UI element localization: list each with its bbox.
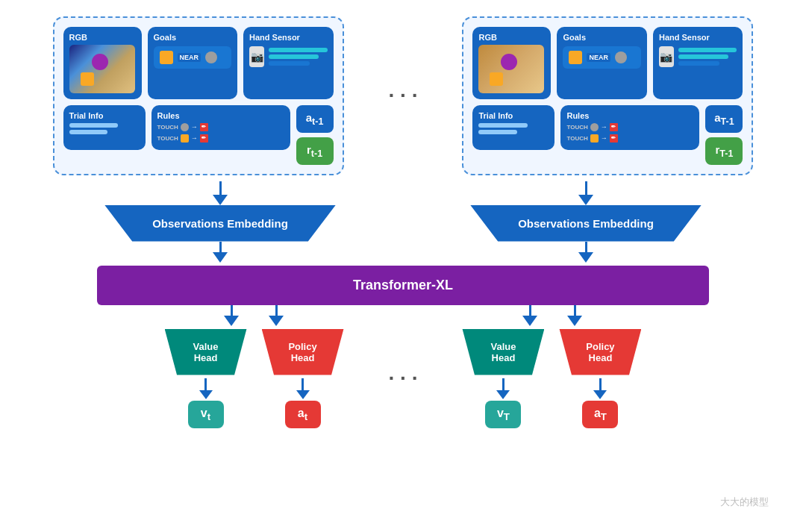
pencil-icon-2: ✏ xyxy=(200,134,208,143)
left-a-output: at xyxy=(285,401,321,428)
right-action-reward: aT-1 rT-1 xyxy=(705,105,743,165)
sensor-icon: 📷 xyxy=(249,46,264,67)
left-value-arrow xyxy=(224,305,239,326)
arrow-row-3 xyxy=(15,305,791,326)
watermark: 大大的模型 xyxy=(720,495,769,509)
left-head-group: ValueHead vt PolicyHead at xyxy=(165,329,344,428)
right-rule-circle xyxy=(590,123,599,131)
right-pencil-1: ✏ xyxy=(610,123,618,131)
right-cube-icon xyxy=(569,51,582,64)
right-pencil-2: ✏ xyxy=(610,134,618,143)
left-policy-head: PolicyHead xyxy=(262,329,344,375)
right-rule-box xyxy=(590,134,599,143)
top-ellipsis: · · · xyxy=(389,84,418,107)
right-value-head: ValueHead xyxy=(462,329,544,375)
goals-inner: NEAR xyxy=(154,46,232,69)
right-v-output: vT xyxy=(485,401,521,428)
trial-bar-2 xyxy=(69,130,108,134)
left-reward-badge: rt-1 xyxy=(296,137,334,165)
right-sensor-icon: 📷 xyxy=(659,46,674,67)
right-a-output: aT xyxy=(582,401,618,428)
left-trial-info-card: Trial Info xyxy=(63,105,146,150)
right-trial-bar-1 xyxy=(478,123,528,128)
right-value-stack: ValueHead vT xyxy=(462,329,544,428)
right-goals-inner: NEAR xyxy=(563,46,641,69)
right-sensor-bar-3 xyxy=(678,61,719,66)
trial-bar-1 xyxy=(69,123,119,128)
sensor-bars xyxy=(269,48,328,66)
sensor-bar-3 xyxy=(269,61,310,66)
right-circle-icon xyxy=(615,51,627,63)
right-trial-info-card: Trial Info xyxy=(472,105,554,150)
right-rgb-card: RGB xyxy=(472,27,551,99)
left-embed-box: Observations Embedding xyxy=(104,205,336,242)
left-action-reward: at-1 rt-1 xyxy=(296,105,334,165)
cube-icon xyxy=(160,51,173,64)
sensor-bar-1 xyxy=(269,48,328,52)
right-rgb-image xyxy=(478,45,544,93)
left-rgb-card: RGB xyxy=(63,27,142,99)
left-rgb-image xyxy=(69,45,135,93)
right-goals-card: Goals NEAR xyxy=(557,27,647,99)
right-obs-box: RGB Goals NEAR Hand Sensor 📷 xyxy=(462,16,753,175)
right-policy-head: PolicyHead xyxy=(559,329,641,375)
left-value-head: ValueHead xyxy=(165,329,247,375)
right-action-badge: aT-1 xyxy=(705,105,743,133)
near-label: NEAR xyxy=(178,53,202,62)
bottom-ellipsis: · · · xyxy=(389,366,418,390)
right-embed-box: Observations Embedding xyxy=(470,205,702,242)
right-arrow-down-2 xyxy=(578,242,593,263)
heads-row: ValueHead vt PolicyHead at · · · ValueHe… xyxy=(15,329,791,428)
right-trial-bar-2 xyxy=(478,130,517,134)
left-arrow-down-2 xyxy=(213,242,228,263)
right-near-label: NEAR xyxy=(587,53,610,62)
rule-row-2: TOUCH → ✏ xyxy=(157,134,284,143)
left-policy-out-arrow xyxy=(296,378,310,399)
circle-icon xyxy=(205,51,217,63)
left-arrow-down-1 xyxy=(213,181,228,205)
right-sensor-bars xyxy=(678,48,737,66)
left-policy-arrow xyxy=(269,305,284,326)
right-policy-arrow xyxy=(567,305,582,326)
left-rules-card: Rules TOUCH → ✏ TOUCH → ✏ xyxy=(151,105,290,150)
left-value-stack: ValueHead vt xyxy=(165,329,247,428)
architecture-diagram: RGB Goals NEAR Hand Sensor 📷 xyxy=(15,9,791,524)
right-reward-badge: rT-1 xyxy=(705,137,743,165)
right-policy-out-arrow xyxy=(593,378,607,399)
right-sensor-bar-2 xyxy=(678,54,728,59)
left-value-out-arrow xyxy=(199,378,213,399)
right-rules-card: Rules TOUCH → ✏ TOUCH → ✏ xyxy=(560,105,699,150)
left-v-output: vt xyxy=(188,401,224,428)
left-action-badge: at-1 xyxy=(296,105,334,133)
left-policy-stack: PolicyHead at xyxy=(262,329,344,428)
right-hand-sensor-card: Hand Sensor 📷 xyxy=(653,27,743,99)
rule-circle-gray xyxy=(181,123,189,131)
left-goals-card: Goals NEAR xyxy=(148,27,238,99)
top-observation-row: RGB Goals NEAR Hand Sensor 📷 xyxy=(15,16,791,175)
left-hand-sensor-card: Hand Sensor 📷 xyxy=(243,27,334,99)
transformer-box: Transformer-XL xyxy=(97,266,709,305)
transformer-row: Transformer-XL xyxy=(15,266,791,305)
right-arrow-embed-wrapper: Observations Embedding xyxy=(470,181,702,242)
pencil-icon-1: ✏ xyxy=(200,123,208,131)
arrow-row-1: Observations Embedding Observations Embe… xyxy=(15,181,791,242)
right-rule-row-1: TOUCH → ✏ xyxy=(566,123,693,131)
right-rule-row-2: TOUCH → ✏ xyxy=(566,134,693,143)
arrow-row-2 xyxy=(15,242,791,263)
sensor-bar-2 xyxy=(269,54,319,59)
left-arrow-embed-wrapper: Observations Embedding xyxy=(104,181,336,242)
right-value-out-arrow xyxy=(496,378,510,399)
rule-box-yellow xyxy=(181,134,189,143)
right-value-arrow xyxy=(522,305,537,326)
right-arrow-down-1 xyxy=(578,181,593,205)
rule-row-1: TOUCH → ✏ xyxy=(157,123,284,131)
right-head-group: ValueHead vT PolicyHead aT xyxy=(462,329,641,428)
right-policy-stack: PolicyHead aT xyxy=(559,329,641,428)
left-obs-box: RGB Goals NEAR Hand Sensor 📷 xyxy=(53,16,344,175)
right-sensor-bar-1 xyxy=(678,48,737,52)
